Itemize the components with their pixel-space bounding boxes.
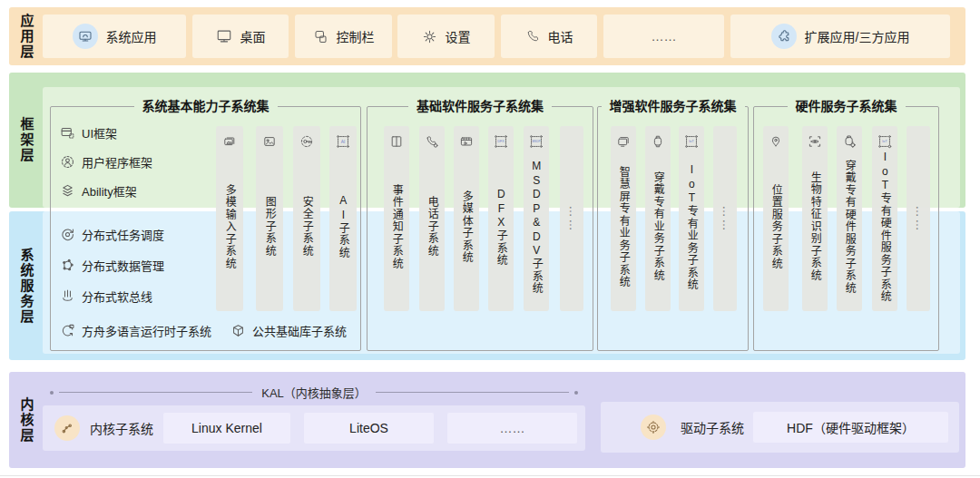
ai-icon: AI	[336, 133, 350, 150]
subsystem-column: 电话子系统	[419, 126, 445, 311]
framework-item-label: 用户程序框架	[82, 153, 152, 171]
wearable-business-icon	[651, 133, 665, 150]
section-enhanced-software-services: 增强软件服务子系统集 智慧屏专有业务子系统 穿戴专有业务子系统 IoT IoT专…	[597, 106, 749, 351]
app-item-ellipsis: ……	[603, 15, 724, 58]
section-title: 硬件服务子系统集	[788, 97, 906, 116]
multimodal-input-icon	[222, 133, 237, 150]
app-item-label: 系统应用	[106, 27, 157, 45]
driver-item-hdf: HDF（硬件驱动框架）	[753, 412, 948, 443]
app-item-label: 扩展应用/三方应用	[805, 27, 910, 45]
svg-text:IoT: IoT	[882, 140, 887, 143]
service-item: 方舟多语言运行时子系统	[60, 322, 211, 339]
subsystem-column-ellipsis: ……	[906, 126, 930, 311]
ellipsis-text: ……	[652, 29, 677, 44]
bottom-rule	[0, 475, 980, 476]
subsystem-column-label: MSDP&DV子系统	[531, 160, 543, 302]
app-item-label: 电话	[548, 27, 573, 45]
service-item-label: 分布式数据管理	[82, 257, 164, 274]
subsystem-column: 智慧屏专有业务子系统	[611, 126, 636, 311]
framework-item: 用户程序框架	[60, 153, 152, 171]
subsystem-column: 多媒体子系统	[454, 126, 479, 311]
service-item: 分布式软总线	[60, 288, 152, 305]
subsystem-column: 图形子系统	[256, 126, 283, 311]
layer-label-application: 应用层	[9, 7, 44, 65]
event-notification-icon	[389, 133, 404, 150]
app-item-label: 桌面	[240, 27, 266, 45]
framework-item-label: Ability框架	[82, 182, 137, 200]
kal-line-segment	[376, 392, 569, 393]
kal-line-endpoint	[50, 391, 54, 395]
driver-subsystem-label: 驱动子系统	[681, 402, 744, 453]
app-item-label: 设置	[446, 27, 471, 45]
subsystem-column-label: IoT专有硬件服务子系统	[879, 151, 891, 310]
service-item: 分布式任务调度	[60, 226, 164, 243]
subsystem-column-label: 安全子系统	[301, 196, 313, 265]
smart-screen-icon	[616, 133, 631, 150]
section-title: 系统基本能力子系统集	[134, 97, 278, 116]
subsystem-column: 位置服务子系统	[763, 126, 789, 311]
app-item-control-bar: 控制栏	[295, 15, 392, 58]
multimedia-icon	[459, 133, 474, 150]
driver-subsystem-panel: 驱动子系统 HDF（硬件驱动框架）	[601, 402, 959, 453]
svg-text:IoT: IoT	[689, 140, 694, 143]
section-hardware-services: 硬件服务子系统集 位置服务子系统 生物特征识别子系统 穿戴专有硬件服务子系统 I…	[753, 106, 939, 351]
subsystem-column: 生物特征识别子系统	[802, 126, 828, 311]
kal-line-endpoint	[574, 391, 578, 395]
subsystem-column: IoT IoT专有业务子系统	[679, 126, 704, 311]
subsystem-column: 穿戴专有硬件服务子系统	[837, 126, 862, 311]
service-item: 公共基础库子系统	[230, 322, 347, 339]
svg-text:MSDP: MSDP	[533, 140, 541, 143]
app-item-phone: 电话	[501, 15, 597, 58]
subsystem-column-label: 生物特征识别子系统	[809, 171, 821, 289]
ability-framework-icon	[60, 183, 75, 199]
subsystem-column-label: 事件通知子系统	[391, 184, 403, 278]
distributed-data-icon	[60, 258, 75, 273]
location-service-icon	[769, 133, 783, 150]
service-item-label: 分布式软总线	[82, 288, 152, 305]
distributed-task-icon	[60, 227, 75, 242]
subsystem-column-label: 智慧屏专有业务子系统	[618, 166, 630, 296]
kal-line-segment	[59, 392, 252, 393]
subsystem-column: MSDP MSDP&DV子系统	[524, 126, 549, 311]
subsystem-column-label: IoT专有业务子系统	[686, 163, 698, 298]
subsystem-column-label: 多媒体子系统	[461, 190, 473, 271]
section-title: 增强软件服务子系统集	[602, 97, 745, 116]
iot-hardware-icon: IoT	[877, 133, 892, 150]
subsystem-column: 安全子系统	[293, 126, 320, 311]
application-layer-band: 应用层 系统应用 桌面 控制栏 设置	[9, 7, 965, 65]
svg-text:DFX: DFX	[497, 140, 505, 143]
security-icon	[299, 133, 314, 150]
dfx-icon: DFX	[494, 133, 508, 150]
service-item: 分布式数据管理	[60, 257, 164, 274]
telephony-icon	[425, 133, 439, 150]
ellipsis-text: ……	[720, 205, 734, 232]
user-program-framework-icon	[60, 154, 75, 170]
graphics-icon	[262, 133, 277, 150]
kernel-subsystem-icon	[54, 415, 80, 441]
subsystem-column-label: 图形子系统	[264, 196, 276, 265]
driver-subsystem-gear-icon	[641, 415, 666, 440]
subsystem-column-label: 多模输入子系统	[224, 184, 236, 278]
subsystem-column-ellipsis: ……	[560, 126, 583, 311]
architecture-diagram: 应用层 系统应用 桌面 控制栏 设置	[0, 0, 980, 478]
kernel-item-ellipsis: ……	[447, 413, 577, 444]
biometric-recognition-icon	[808, 133, 822, 150]
app-item-extended-apps: 扩展应用/三方应用	[730, 15, 950, 58]
control-bar-icon	[313, 29, 328, 44]
subsystem-column-label: AI子系统	[338, 194, 349, 267]
distributed-softbus-icon	[60, 288, 75, 304]
ellipsis-text: ……	[567, 205, 581, 232]
subsystem-column: 事件通知子系统	[384, 126, 409, 311]
extended-apps-puzzle-icon	[771, 24, 797, 49]
app-item-settings: 设置	[397, 15, 495, 58]
ui-framework-icon	[60, 125, 75, 141]
kal-line: KAL（内核抽象层）	[50, 384, 578, 401]
section-basic-capability: 系统基本能力子系统集 UI框架 用户程序框架 Ability框架 分布式任务调度	[50, 106, 361, 351]
ark-runtime-icon	[60, 323, 75, 338]
system-apps-icon	[73, 24, 98, 49]
subsystem-column: 多模输入子系统	[216, 126, 243, 311]
iot-business-icon: IoT	[684, 133, 699, 150]
framework-item-label: UI框架	[82, 124, 117, 141]
kernel-item-linux: Linux Kernel	[163, 413, 290, 444]
subsystem-column-label: 穿戴专有业务子系统	[652, 171, 664, 289]
